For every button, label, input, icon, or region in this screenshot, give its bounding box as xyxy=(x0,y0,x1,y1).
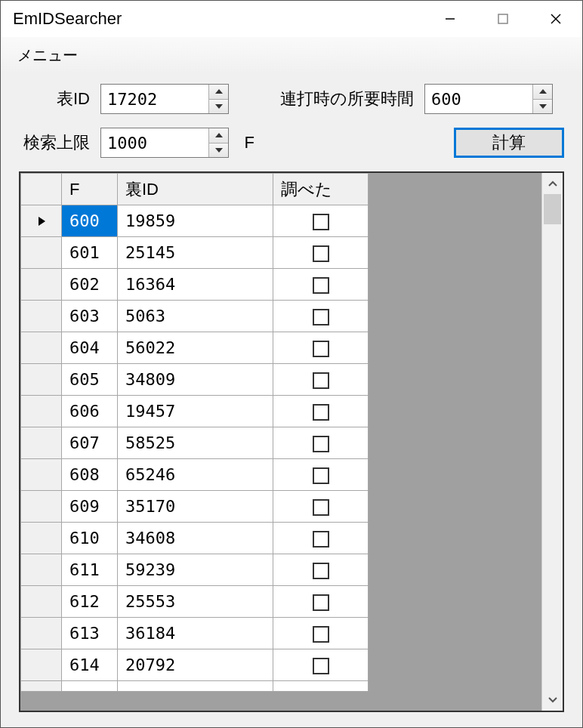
cell-checked[interactable] xyxy=(273,491,369,523)
spinner-up-button[interactable] xyxy=(533,85,552,100)
cell-uid[interactable]: 25145 xyxy=(118,237,273,269)
table-row[interactable]: 60935170 xyxy=(21,491,369,523)
col-header-f[interactable]: F xyxy=(62,174,118,205)
table-row[interactable]: 60758525 xyxy=(21,427,369,459)
checkbox[interactable] xyxy=(313,341,329,357)
table-row[interactable]: 60534809 xyxy=(21,364,369,396)
checkbox[interactable] xyxy=(313,499,329,516)
cell-checked[interactable] xyxy=(273,554,369,586)
cell-checked[interactable] xyxy=(273,427,369,459)
cell-uid[interactable]: 35170 xyxy=(118,491,273,523)
row-header-cell[interactable] xyxy=(21,364,62,396)
cell-checked[interactable] xyxy=(273,649,369,681)
table-row[interactable]: 60125145 xyxy=(21,237,369,269)
cell-checked[interactable] xyxy=(273,523,369,554)
checkbox[interactable] xyxy=(313,594,329,611)
checkbox[interactable] xyxy=(313,531,329,548)
cell-f[interactable]: 606 xyxy=(62,396,118,427)
cell-f[interactable] xyxy=(62,681,118,692)
cell-checked[interactable] xyxy=(273,301,369,332)
cell-checked[interactable] xyxy=(273,396,369,427)
row-header-cell[interactable] xyxy=(21,681,62,692)
col-header-rowhead[interactable] xyxy=(21,174,62,205)
row-header-cell[interactable] xyxy=(21,427,62,459)
checkbox[interactable] xyxy=(313,658,329,674)
row-header-cell[interactable] xyxy=(21,618,62,649)
row-header-cell[interactable] xyxy=(21,554,62,586)
row-header-cell[interactable] xyxy=(21,237,62,269)
cell-uid[interactable]: 36184 xyxy=(118,618,273,649)
scroll-track[interactable] xyxy=(542,194,563,689)
cell-f[interactable]: 610 xyxy=(62,523,118,554)
spinner-down-button[interactable] xyxy=(209,100,228,114)
cell-uid[interactable]: 16364 xyxy=(118,269,273,301)
cell-checked[interactable] xyxy=(273,618,369,649)
scroll-down-button[interactable] xyxy=(542,689,563,711)
cell-f[interactable]: 609 xyxy=(62,491,118,523)
cell-f[interactable]: 613 xyxy=(62,618,118,649)
cell-uid[interactable]: 59239 xyxy=(118,554,273,586)
cell-checked[interactable] xyxy=(273,364,369,396)
spinner-up-button[interactable] xyxy=(209,128,228,143)
cell-uid[interactable]: 5063 xyxy=(118,301,273,332)
menu-item-menu[interactable]: メニュー xyxy=(17,45,78,66)
table-row[interactable] xyxy=(21,681,369,692)
cell-f[interactable]: 601 xyxy=(62,237,118,269)
cell-checked[interactable] xyxy=(273,332,369,364)
input-search-limit[interactable] xyxy=(101,128,208,157)
row-header-cell[interactable] xyxy=(21,491,62,523)
cell-f[interactable]: 603 xyxy=(62,301,118,332)
table-row[interactable]: 61336184 xyxy=(21,618,369,649)
checkbox[interactable] xyxy=(313,277,329,294)
cell-f[interactable]: 607 xyxy=(62,427,118,459)
calculate-button[interactable]: 計算 xyxy=(454,128,564,158)
row-header-cell[interactable] xyxy=(21,205,62,237)
col-header-checked[interactable]: 調べた xyxy=(273,174,369,205)
table-row[interactable]: 61225553 xyxy=(21,586,369,618)
row-header-cell[interactable] xyxy=(21,301,62,332)
row-header-cell[interactable] xyxy=(21,459,62,491)
spinner-down-button[interactable] xyxy=(533,100,552,114)
cell-uid[interactable] xyxy=(118,681,273,692)
scroll-up-button[interactable] xyxy=(542,173,563,194)
row-header-cell[interactable] xyxy=(21,523,62,554)
cell-uid[interactable]: 19859 xyxy=(118,205,273,237)
cell-uid[interactable]: 58525 xyxy=(118,427,273,459)
spinner-down-button[interactable] xyxy=(209,143,228,158)
checkbox[interactable] xyxy=(313,467,329,484)
cell-checked[interactable] xyxy=(273,237,369,269)
cell-uid[interactable]: 34809 xyxy=(118,364,273,396)
row-header-cell[interactable] xyxy=(21,269,62,301)
table-row[interactable]: 60619457 xyxy=(21,396,369,427)
cell-checked[interactable] xyxy=(273,459,369,491)
vertical-scrollbar[interactable] xyxy=(541,173,563,711)
cell-f[interactable]: 604 xyxy=(62,332,118,364)
table-row[interactable]: 61159239 xyxy=(21,554,369,586)
checkbox[interactable] xyxy=(313,626,329,643)
maximize-button[interactable] xyxy=(477,1,529,37)
cell-f[interactable]: 608 xyxy=(62,459,118,491)
checkbox[interactable] xyxy=(313,372,329,389)
cell-checked[interactable] xyxy=(273,205,369,237)
cell-uid[interactable]: 19457 xyxy=(118,396,273,427)
scroll-thumb[interactable] xyxy=(544,194,561,224)
checkbox[interactable] xyxy=(313,404,329,421)
cell-f[interactable]: 600 xyxy=(62,205,118,237)
cell-uid[interactable]: 25553 xyxy=(118,586,273,618)
spinner-up-button[interactable] xyxy=(209,85,228,100)
input-table-id[interactable] xyxy=(101,85,208,113)
checkbox[interactable] xyxy=(313,563,329,579)
checkbox[interactable] xyxy=(313,214,329,230)
cell-uid[interactable]: 34608 xyxy=(118,523,273,554)
checkbox[interactable] xyxy=(313,245,329,262)
input-elapsed[interactable] xyxy=(425,85,532,113)
cell-f[interactable]: 611 xyxy=(62,554,118,586)
cell-uid[interactable]: 56022 xyxy=(118,332,273,364)
table-row[interactable]: 60019859 xyxy=(21,205,369,237)
cell-checked[interactable] xyxy=(273,681,369,692)
table-row[interactable]: 60865246 xyxy=(21,459,369,491)
cell-uid[interactable]: 20792 xyxy=(118,649,273,681)
table-row[interactable]: 60456022 xyxy=(21,332,369,364)
row-header-cell[interactable] xyxy=(21,396,62,427)
cell-f[interactable]: 602 xyxy=(62,269,118,301)
